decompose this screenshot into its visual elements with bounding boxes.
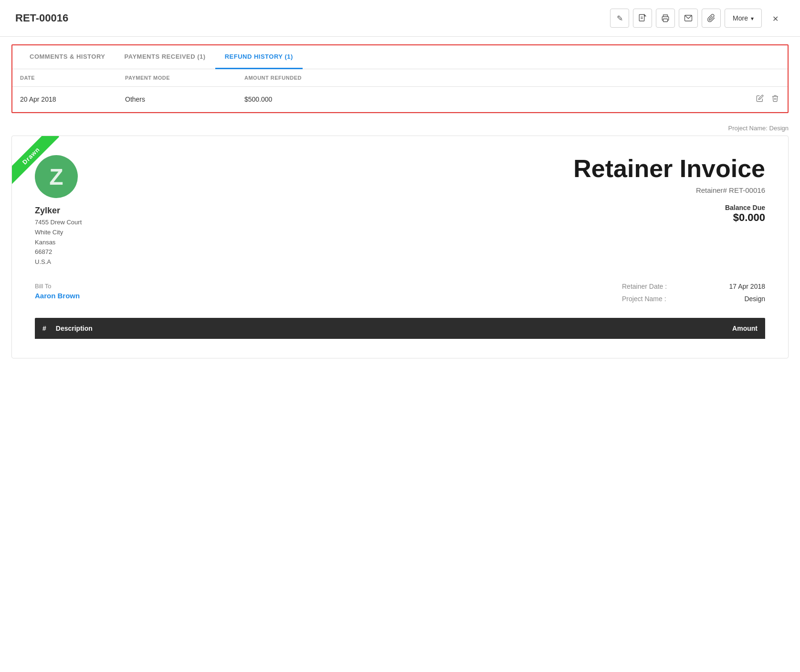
address-line1: 7455 Drew Court — [35, 218, 82, 228]
company-name: Zylker — [35, 206, 60, 216]
retainer-date-label: Retainer Date : — [622, 283, 667, 290]
svg-rect-0 — [639, 15, 644, 21]
company-address: 7455 Drew Court White City Kansas 66872 … — [35, 218, 82, 267]
bill-to-name[interactable]: Aaron Brown — [35, 292, 80, 300]
invoice-card: Drawn Z Zylker 7455 Drew Court White Cit… — [11, 136, 789, 358]
delete-refund-button[interactable] — [770, 94, 780, 105]
table-row: 20 Apr 2018 Others $500.000 — [12, 87, 788, 112]
address-line5: U.S.A — [35, 257, 82, 267]
pencil-icon — [617, 14, 623, 23]
trash-icon — [771, 94, 779, 102]
mail-icon — [684, 14, 693, 22]
close-icon — [772, 13, 779, 24]
tab-comments-history[interactable]: COMMENTS & HISTORY — [20, 45, 115, 69]
col-mode-header: PAYMENT MODE — [125, 75, 244, 81]
refund-history-tab-content: DATE PAYMENT MODE AMOUNT REFUNDED 20 Apr… — [12, 69, 788, 112]
invoice-header: Z Zylker 7455 Drew Court White City Kans… — [35, 155, 765, 267]
chevron-down-icon — [751, 14, 754, 22]
table-col-amount: Amount — [732, 325, 758, 332]
address-line3: Kansas — [35, 238, 82, 248]
col-date-header: DATE — [20, 75, 125, 81]
pdf-button[interactable] — [633, 9, 652, 28]
page-title: RET-00016 — [15, 12, 68, 24]
tab-refund-history[interactable]: REFUND HISTORY (1) — [215, 45, 303, 69]
header: RET-00016 — [0, 0, 800, 37]
project-name-label2: Project Name : — [622, 295, 666, 303]
tab-payments-received[interactable]: PAYMENTS RECEIVED (1) — [115, 45, 215, 69]
drawn-ribbon: Drawn — [12, 136, 59, 184]
retainer-number: Retainer# RET-00016 — [573, 186, 765, 194]
pdf-icon — [638, 14, 647, 22]
refund-date: 20 Apr 2018 — [20, 95, 125, 103]
printer-icon — [661, 14, 670, 22]
paperclip-icon — [707, 14, 716, 22]
page-container: RET-00016 — [0, 0, 800, 672]
invoice-table-header: # Description Amount — [35, 318, 765, 339]
more-button[interactable]: More — [725, 9, 762, 28]
invoice-title: Retainer Invoice — [573, 155, 765, 182]
tabs-panel: COMMENTS & HISTORY PAYMENTS RECEIVED (1)… — [11, 44, 789, 113]
address-line2: White City — [35, 228, 82, 238]
invoice-dates: Retainer Date : 17 Apr 2018 Project Name… — [622, 283, 765, 303]
balance-due-label: Balance Due — [573, 204, 765, 211]
invoice-meta: Bill To Aaron Brown Retainer Date : 17 A… — [35, 283, 765, 303]
retainer-date-row: Retainer Date : 17 Apr 2018 — [622, 283, 765, 290]
refund-amount: $500.000 — [244, 95, 742, 103]
balance-due-amount: $0.000 — [573, 211, 765, 224]
table-col-description: Description — [56, 325, 93, 332]
refund-mode: Others — [125, 95, 244, 103]
refund-table-header: DATE PAYMENT MODE AMOUNT REFUNDED — [12, 69, 788, 87]
close-button[interactable] — [766, 9, 785, 28]
col-amount-header: AMOUNT REFUNDED — [244, 75, 742, 81]
more-label: More — [733, 14, 748, 22]
project-name-value: Design — [744, 295, 765, 303]
bill-to-section: Bill To Aaron Brown — [35, 283, 80, 303]
project-name-label: Project Name: Design — [11, 125, 789, 132]
mail-button[interactable] — [679, 9, 698, 28]
edit-icon — [756, 94, 764, 102]
print-button[interactable] — [656, 9, 675, 28]
edit-button[interactable] — [610, 9, 629, 28]
col-actions-header — [742, 75, 780, 81]
invoice-outer: Project Name: Design Drawn Z Zylker 7455… — [11, 125, 789, 358]
row-actions — [742, 94, 780, 105]
address-line4: 66872 — [35, 247, 82, 257]
bill-to-label: Bill To — [35, 283, 80, 290]
invoice-title-area: Retainer Invoice Retainer# RET-00016 Bal… — [573, 155, 765, 224]
edit-refund-button[interactable] — [755, 94, 765, 105]
svg-rect-3 — [663, 19, 668, 22]
retainer-date-value: 17 Apr 2018 — [729, 283, 765, 290]
attach-button[interactable] — [702, 9, 721, 28]
project-name-row: Project Name : Design — [622, 295, 765, 303]
header-actions: More — [610, 9, 785, 28]
tabs-header: COMMENTS & HISTORY PAYMENTS RECEIVED (1)… — [12, 45, 788, 69]
ribbon-wrapper: Drawn — [12, 136, 69, 193]
table-col-hash: # — [42, 325, 46, 332]
